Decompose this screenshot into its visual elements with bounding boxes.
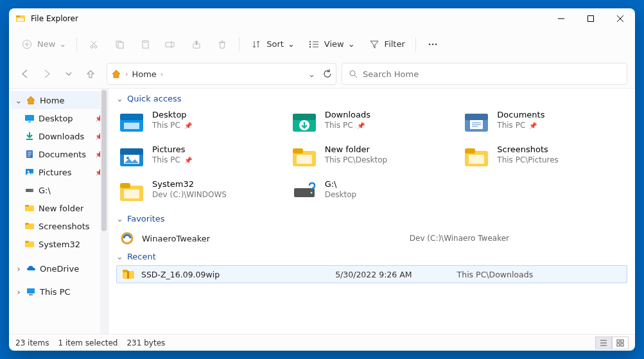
svg-point-34 — [350, 71, 355, 76]
search-input[interactable] — [363, 69, 620, 79]
cut-icon — [87, 38, 100, 51]
recent-item[interactable]: SSD-Z_16.09.09wip 5/30/2022 9:26 AM This… — [116, 265, 627, 283]
item-location: This PC\Desktop — [325, 155, 387, 166]
item-name: WinaeroTweaker — [142, 234, 210, 243]
svg-rect-17 — [144, 40, 147, 42]
titlebar: File Explorer — [9, 8, 635, 29]
sidebar-item-pictures[interactable]: Pictures📌 — [10, 163, 107, 181]
new-button[interactable]: New ⌄ — [15, 34, 71, 55]
drive-icon — [24, 185, 35, 195]
share-icon — [190, 38, 203, 51]
view-button[interactable]: View ⌄ — [302, 34, 360, 55]
sidebar-item-gdrive[interactable]: G:\ — [10, 181, 107, 199]
downloads-icon — [290, 110, 318, 136]
sidebar-item-system32[interactable]: System32 — [10, 235, 107, 253]
sidebar-item-onedrive[interactable]: ›OneDrive — [10, 259, 107, 277]
svg-line-12 — [91, 41, 96, 46]
address-dropdown-button[interactable]: ⌄ — [308, 69, 315, 79]
section-favorites[interactable]: ⌄ Favorites — [116, 214, 627, 223]
pin-icon: 📌 — [184, 156, 192, 164]
paste-icon — [139, 38, 152, 51]
cut-button[interactable] — [82, 34, 105, 55]
svg-rect-78 — [120, 183, 130, 188]
rename-icon — [164, 38, 177, 51]
sidebar-item-screenshots[interactable]: Screenshots — [10, 217, 107, 235]
svg-point-31 — [428, 43, 430, 45]
sort-button[interactable]: Sort ⌄ — [245, 34, 300, 55]
share-button[interactable] — [185, 34, 208, 55]
section-quick-access[interactable]: ⌄ Quick access — [116, 94, 627, 103]
favorites-list: WinaeroTweaker Dev (C:)\Winaero Tweaker — [116, 227, 627, 252]
this-pc-icon — [26, 286, 36, 297]
svg-rect-18 — [166, 42, 174, 47]
back-button[interactable] — [14, 63, 36, 85]
svg-rect-75 — [465, 148, 475, 153]
sidebar-scrollbar[interactable] — [100, 89, 108, 334]
more-button[interactable] — [421, 34, 444, 55]
sidebar-item-thispc[interactable]: ›This PC — [10, 283, 107, 301]
quick-access-item[interactable]: Downloads This PC 📌 — [289, 107, 455, 138]
filter-button[interactable]: Filter — [363, 34, 410, 55]
item-location: This PC 📌 — [497, 121, 544, 131]
recent-locations-button[interactable] — [58, 63, 80, 85]
new-icon — [21, 38, 33, 51]
address-row: › Home › ⌄ — [9, 60, 635, 88]
quick-access-item[interactable]: New folder This PC\Desktop — [289, 142, 455, 173]
svg-rect-1 — [16, 15, 20, 17]
delete-icon — [216, 38, 229, 51]
svg-rect-73 — [297, 155, 312, 164]
chevron-right-icon: › — [125, 70, 128, 78]
sidebar-item-desktop[interactable]: Desktop📌 — [10, 109, 107, 127]
downloads-icon — [24, 131, 35, 141]
breadcrumb-home[interactable]: › Home › — [111, 69, 163, 79]
quick-access-item[interactable]: G:\ Desktop — [289, 177, 455, 207]
folder-icon — [117, 179, 146, 205]
folder-icon — [290, 144, 318, 170]
minimize-button[interactable] — [546, 8, 576, 29]
svg-rect-37 — [28, 121, 31, 123]
svg-rect-90 — [617, 340, 620, 342]
rename-button[interactable] — [159, 34, 182, 55]
quick-access-item[interactable]: System32 Dev (C:)\WINDOWS — [116, 177, 283, 207]
svg-rect-59 — [293, 114, 316, 120]
sort-icon — [250, 38, 263, 51]
maximize-button[interactable] — [576, 8, 605, 29]
paste-button[interactable] — [134, 34, 157, 55]
desktop-icon — [24, 113, 35, 123]
desktop-icon — [117, 110, 146, 136]
quick-access-item[interactable]: Screenshots This PC\Pictures — [461, 142, 627, 173]
thumbnails-view-button[interactable] — [612, 337, 629, 349]
copy-button[interactable] — [108, 34, 131, 55]
item-name: G:\ — [325, 179, 357, 190]
item-location: This PC\Downloads — [457, 270, 534, 279]
sidebar-item-newfolder[interactable]: New folder — [10, 199, 107, 217]
address-bar[interactable]: › Home › ⌄ — [107, 63, 336, 85]
window-title: File Explorer — [31, 14, 546, 23]
sidebar-item-downloads[interactable]: Downloads📌 — [10, 127, 107, 145]
section-recent[interactable]: ⌄ Recent — [116, 252, 627, 261]
chevron-down-icon: ⌄ — [59, 39, 66, 49]
refresh-button[interactable] — [323, 69, 332, 78]
file-explorer-window: File Explorer New ⌄ Sort ⌄ View ⌄ — [9, 8, 635, 351]
navigation-pane: ⌄ Home Desktop📌 Downloads📌 Documents📌 Pi… — [9, 89, 109, 334]
delete-button[interactable] — [211, 34, 234, 55]
sidebar-item-home[interactable]: ⌄ Home — [10, 91, 107, 109]
search-box[interactable] — [342, 63, 627, 85]
svg-point-70 — [126, 157, 129, 159]
quick-access-item[interactable]: Documents This PC 📌 — [461, 107, 627, 138]
chevron-down-icon: ⌄ — [116, 94, 123, 103]
app-icon — [120, 231, 134, 245]
svg-rect-62 — [465, 114, 488, 120]
quick-access-item[interactable]: Desktop This PC 📌 — [116, 107, 283, 138]
forward-button[interactable] — [36, 63, 58, 85]
scrollbar-thumb[interactable] — [101, 90, 107, 231]
item-location: This PC 📌 — [152, 155, 192, 166]
quick-access-item[interactable]: Pictures This PC 📌 — [116, 142, 283, 173]
sidebar-item-documents[interactable]: Documents📌 — [10, 145, 107, 163]
content-pane: ⌄ Quick access Desktop This PC 📌 Downloa… — [109, 89, 635, 334]
search-icon — [349, 69, 358, 78]
close-button[interactable] — [605, 8, 635, 29]
details-view-button[interactable] — [595, 337, 612, 349]
favorite-item[interactable]: WinaeroTweaker Dev (C:)\Winaero Tweaker — [116, 227, 627, 252]
up-button[interactable] — [80, 63, 101, 85]
